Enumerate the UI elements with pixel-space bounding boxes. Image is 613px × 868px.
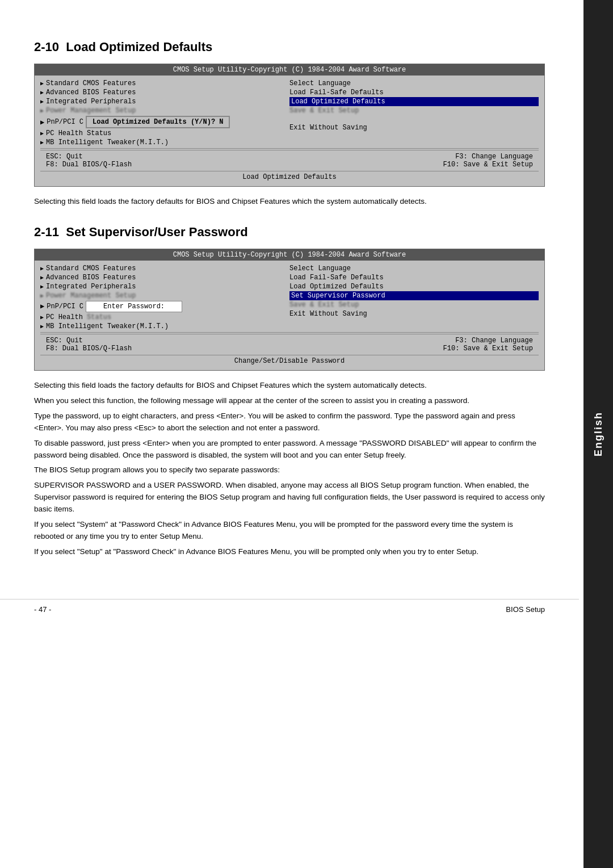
bios2-title: CMOS Setup Utility-Copyright (C) 1984-20… (35, 249, 544, 261)
bios2-item-2: ▶ Advanced BIOS Features (40, 273, 289, 282)
bios2-item-6: ▶ PC Health Status (40, 313, 289, 322)
section1-title: Load Optimized Defaults (66, 40, 212, 54)
section2-para-2: Type the password, up to eight character… (34, 410, 545, 434)
bios1-title: CMOS Setup Utility-Copyright (C) 1984-20… (35, 64, 544, 76)
bios2-right-4: Set Supervisor Password (289, 291, 539, 300)
bios1-item-3: ▶ Integrated Peripherals (40, 97, 289, 106)
bios1-item-7: ▶ MB Intelligent Tweaker(M.I.T.) (40, 138, 289, 147)
side-tab: English (583, 0, 613, 868)
bios2-footer-right1: F3: Change Language (443, 337, 533, 345)
bios1-footer-right2: F10: Save & Exit Setup (443, 161, 533, 169)
bios1-item-6: ▶ PC Health Status (40, 129, 289, 138)
bios2-right-3: Load Optimized Defaults (289, 282, 539, 291)
bios1-right-4: Save & Exit Setup (289, 106, 539, 115)
section2-heading: 2-11 Set Supervisor/User Password (34, 225, 545, 240)
section2-para-5: SUPERVISOR PASSWORD and a USER PASSWORD.… (34, 480, 545, 515)
section1-description: Selecting this field loads the factory d… (34, 196, 545, 208)
section2-para-4: The BIOS Setup program allows you to spe… (34, 464, 545, 476)
bios1-footer-center: Load Optimized Defaults (40, 171, 539, 183)
bios1-footer-left2: F8: Dual BIOS/Q-Flash (46, 161, 132, 169)
bios2-right-2: Load Fail-Safe Defaults (289, 273, 539, 282)
section1-heading: 2-10 Load Optimized Defaults (34, 40, 545, 54)
bios1-footer-left1: ESC: Quit (46, 153, 132, 161)
bios1-item-4: ▶ Power Management Setup (40, 106, 289, 115)
footer-page-number: - 47 - (34, 605, 51, 614)
bios1-right-5: Exit Without Saving (289, 123, 539, 132)
bios-box-1: CMOS Setup Utility-Copyright (C) 1984-20… (34, 64, 545, 187)
section-supervisor-password: 2-11 Set Supervisor/User Password CMOS S… (34, 225, 545, 558)
bios2-footer-left1: ESC: Quit (46, 337, 132, 345)
section-load-optimized: 2-10 Load Optimized Defaults CMOS Setup … (34, 40, 545, 208)
footer-section: BIOS Setup (506, 605, 545, 614)
bios1-footer: ESC: Quit F8: Dual BIOS/Q-Flash F3: Chan… (40, 150, 539, 171)
bios2-item-7: ▶ MB Intelligent Tweaker(M.I.T.) (40, 322, 289, 331)
section2-para-0: Selecting this field loads the factory d… (34, 380, 545, 392)
section2-title: Set Supervisor/User Password (66, 225, 247, 239)
bios1-right-1: Select Language (289, 79, 539, 88)
section1-number: 2-10 (34, 40, 59, 54)
bios2-footer-center: Change/Set/Disable Password (40, 355, 539, 367)
bios2-footer-right2: F10: Save & Exit Setup (443, 345, 533, 353)
section2-para-6: If you select "System" at "Password Chec… (34, 519, 545, 543)
bios2-item-4: ▶ Power Management Setup (40, 291, 289, 300)
section2-para-1: When you select this function, the follo… (34, 395, 545, 407)
bios2-item-1: ▶ Standard CMOS Features (40, 264, 289, 273)
section2-paragraphs: Selecting this field loads the factory d… (34, 380, 545, 558)
bios2-right-1: Select Language (289, 264, 539, 273)
section2-para-3: To disable password, just press <Enter> … (34, 438, 545, 462)
bios1-item-1: ▶ Standard CMOS Features (40, 79, 289, 88)
side-tab-text: English (593, 412, 604, 456)
bios1-footer-right1: F3: Change Language (443, 153, 533, 161)
page-footer: - 47 - BIOS Setup (0, 599, 579, 619)
bios2-right-5: Save & Exit Setup (289, 300, 539, 309)
section2-number: 2-11 (34, 225, 59, 239)
bios1-dialog: Load Optimized Defaults (Y/N)? N (86, 116, 230, 128)
bios2-item-3: ▶ Integrated Peripherals (40, 282, 289, 291)
bios2-footer-left2: F8: Dual BIOS/Q-Flash (46, 345, 132, 353)
bios2-footer: ESC: Quit F8: Dual BIOS/Q-Flash F3: Chan… (40, 334, 539, 355)
section2-para-7: If you select "Setup" at "Password Check… (34, 546, 545, 558)
bios2-dialog: Enter Password: (103, 303, 165, 311)
bios-box-2: CMOS Setup Utility-Copyright (C) 1984-20… (34, 249, 545, 371)
bios1-right-2: Load Fail-Safe Defaults (289, 88, 539, 97)
bios1-right-3: Load Optimized Defaults (289, 97, 539, 106)
bios1-item-2: ▶ Advanced BIOS Features (40, 88, 289, 97)
bios2-right-6: Exit Without Saving (289, 309, 539, 318)
